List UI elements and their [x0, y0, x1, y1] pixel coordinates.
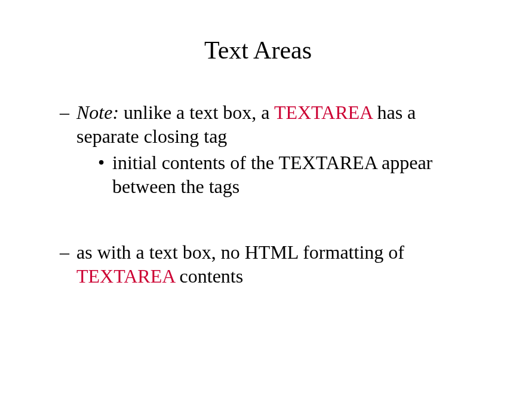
sub-bullet: initial contents of the TEXTAREA appear …: [76, 151, 480, 198]
bullet-text: unlike a text box, a: [119, 102, 274, 123]
bullet-note: Note: unlike a text box, a TEXTAREA has …: [60, 100, 480, 198]
note-label: Note:: [76, 102, 119, 123]
sub-bullet-text: initial contents of the TEXTAREA appear …: [112, 152, 432, 197]
keyword-textarea: TEXTAREA: [76, 265, 175, 287]
slide: Text Areas Note: unlike a text box, a TE…: [0, 0, 516, 420]
bullet-text: contents: [175, 265, 244, 287]
slide-title: Text Areas: [36, 36, 480, 65]
bullet-text: as with a text box, no HTML formatting o…: [76, 241, 404, 263]
slide-body: Note: unlike a text box, a TEXTAREA has …: [36, 100, 480, 288]
bullet-formatting: as with a text box, no HTML formatting o…: [60, 240, 480, 288]
keyword-textarea: TEXTAREA: [274, 102, 373, 123]
